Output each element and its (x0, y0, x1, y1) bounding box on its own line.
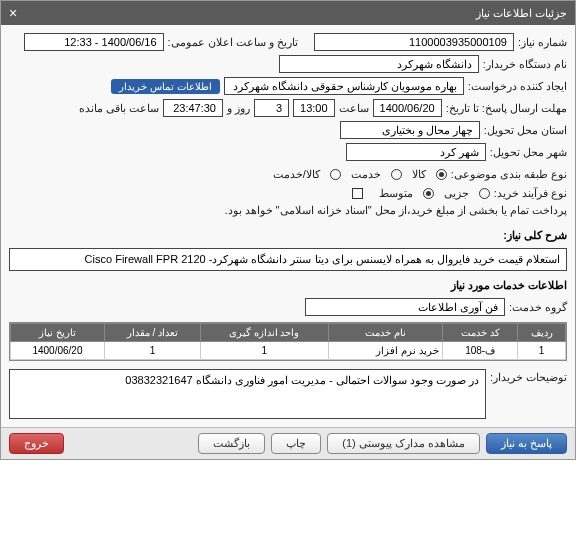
buyer-field: دانشگاه شهرکرد (279, 55, 479, 73)
pay-note: پرداخت تمام یا بخشی از مبلغ خرید،از محل … (224, 204, 567, 217)
attachments-button[interactable]: مشاهده مدارک پیوستی (1) (327, 433, 480, 454)
radio-medium-label: متوسط (379, 187, 413, 200)
day-label: روز و (227, 102, 250, 115)
cell-unit: 1 (200, 342, 328, 360)
radio-kala-label: کالا (412, 168, 426, 181)
deadline-label: مهلت ارسال پاسخ: تا تاریخ: (446, 102, 567, 115)
table-header-row: ردیف کد خدمت نام خدمت واحد اندازه گیری ت… (11, 324, 566, 342)
cell-date: 1400/06/20 (11, 342, 105, 360)
titlebar: جزئیات اطلاعات نیاز × (1, 1, 575, 25)
items-table: ردیف کد خدمت نام خدمت واحد اندازه گیری ت… (10, 323, 566, 360)
remain-time-field: 23:47:30 (163, 99, 223, 117)
back-button[interactable]: بازگشت (198, 433, 265, 454)
deadline-hour-field: 13:00 (293, 99, 335, 117)
city-label: شهر محل تحویل: (490, 146, 567, 159)
th-qty: تعداد / مقدار (104, 324, 200, 342)
respond-button[interactable]: پاسخ به نیاز (486, 433, 567, 454)
process-label: نوع فرآیند خرید: (494, 187, 567, 200)
button-bar: پاسخ به نیاز مشاهده مدارک پیوستی (1) چاپ… (1, 427, 575, 459)
cell-name: خرید نرم افزار (328, 342, 442, 360)
buyer-label: نام دستگاه خریدار: (483, 58, 567, 71)
radio-medium[interactable] (423, 188, 434, 199)
items-table-wrap: ردیف کد خدمت نام خدمت واحد اندازه گیری ت… (9, 322, 567, 361)
th-name: نام خدمت (328, 324, 442, 342)
print-button[interactable]: چاپ (271, 433, 321, 454)
req-no-label: شماره نیاز: (518, 36, 567, 49)
window-title: جزئیات اطلاعات نیاز (476, 7, 567, 20)
hour-label: ساعت (339, 102, 369, 115)
items-header: اطلاعات خدمات مورد نیاز (1, 275, 575, 296)
radio-small-label: جزیی (444, 187, 469, 200)
subject-label: نوع طبقه بندی موضوعی: (451, 168, 567, 181)
requester-label: ایجاد کننده درخواست: (468, 80, 567, 93)
exit-button[interactable]: خروج (9, 433, 64, 454)
radio-khadamat-label: خدمت (351, 168, 381, 181)
notes-label: توضیحات خریدار: (490, 367, 575, 384)
announce-label: تاریخ و ساعت اعلان عمومی: (168, 36, 298, 49)
group-label: گروه خدمت: (509, 301, 567, 314)
radio-kala[interactable] (436, 169, 447, 180)
radio-small[interactable] (479, 188, 490, 199)
close-icon[interactable]: × (9, 5, 17, 21)
desc-box: استعلام قیمت خرید فایروال به همراه لایسن… (9, 248, 567, 271)
city-field: شهر کرد (346, 143, 486, 161)
radio-both[interactable] (330, 169, 341, 180)
radio-both-label: کالا/خدمت (273, 168, 320, 181)
process-radio-group: جزیی متوسط (379, 187, 490, 200)
req-no-field: 1100003935000109 (314, 33, 514, 51)
remain-label: ساعت باقی مانده (79, 102, 159, 115)
th-row: ردیف (518, 324, 566, 342)
cell-qty: 1 (104, 342, 200, 360)
details-window: جزئیات اطلاعات نیاز × شماره نیاز: 110000… (0, 0, 576, 460)
announce-field: 1400/06/16 - 12:33 (24, 33, 164, 51)
buyer-notes: در صورت وجود سوالات احتمالی - مدیریت امو… (9, 369, 486, 419)
requester-field: بهاره موسویان کارشناس حقوقی دانشگاه شهرک… (224, 77, 464, 95)
form-area: شماره نیاز: 1100003935000109 تاریخ و ساع… (1, 25, 575, 225)
province-label: استان محل تحویل: (484, 124, 567, 137)
th-date: تاریخ نیاز (11, 324, 105, 342)
subject-radio-group: کالا خدمت کالا/خدمت (273, 168, 447, 181)
th-unit: واحد اندازه گیری (200, 324, 328, 342)
deadline-date-field: 1400/06/20 (373, 99, 442, 117)
radio-khadamat[interactable] (391, 169, 402, 180)
province-field: چهار محال و بختیاری (340, 121, 480, 139)
group-field: فن آوری اطلاعات (305, 298, 505, 316)
table-row[interactable]: 1 ف-108 خرید نرم افزار 1 1 1400/06/20 (11, 342, 566, 360)
days-field: 3 (254, 99, 289, 117)
treasury-checkbox[interactable] (352, 188, 363, 199)
desc-label: شرح کلی نیاز: (1, 225, 575, 246)
contact-buyer-button[interactable]: اطلاعات تماس خریدار (111, 79, 220, 94)
cell-code: ف-108 (442, 342, 517, 360)
cell-row: 1 (518, 342, 566, 360)
th-code: کد خدمت (442, 324, 517, 342)
